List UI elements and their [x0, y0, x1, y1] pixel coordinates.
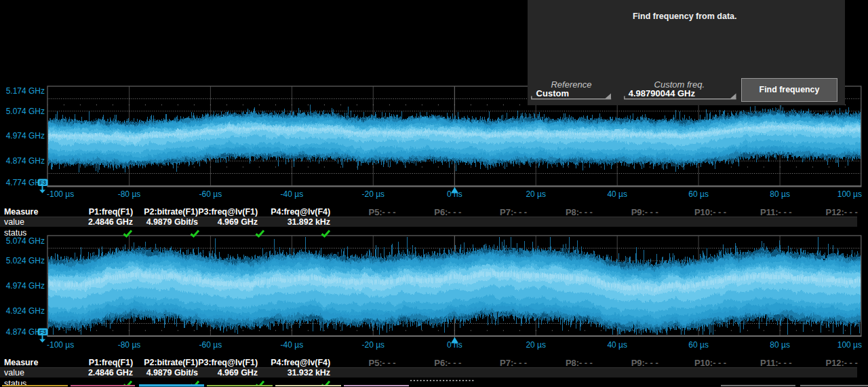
svg-text:F3: F3: [39, 329, 46, 335]
svg-text:F3: F3: [39, 179, 46, 185]
